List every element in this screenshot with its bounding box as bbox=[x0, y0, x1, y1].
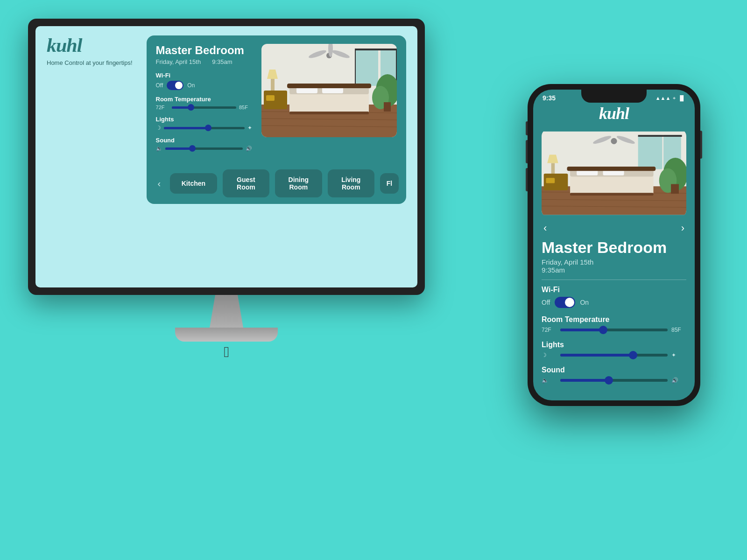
battery-icon: ▐▌ bbox=[678, 95, 685, 101]
phone-wifi-row: Off On bbox=[542, 297, 686, 308]
phone-wifi-toggle[interactable] bbox=[555, 297, 575, 308]
desktop-prev-arrow[interactable]: ‹ bbox=[154, 176, 165, 191]
desktop-room-nav: ‹ Kitchen Guest Room Dining Room Living … bbox=[147, 163, 406, 204]
phone-bedroom-image bbox=[542, 129, 686, 217]
phone-temp-label: Room Temperature bbox=[542, 315, 686, 324]
desktop-room-title: Master Bedroom bbox=[156, 44, 252, 57]
desktop-wifi-row: Off On bbox=[156, 81, 252, 90]
desktop-monitor: kuhl Home Control at your fingertips! Ma… bbox=[28, 19, 425, 361]
phone-room-photo bbox=[542, 129, 686, 217]
desktop-temp-min: 72F bbox=[156, 105, 169, 110]
phone-lights-label: Lights bbox=[542, 341, 686, 349]
phone-status-icons: ▲▲▲ ⌖ ▐▌ bbox=[655, 95, 685, 101]
desktop-wifi-label: Wi-Fi bbox=[156, 72, 252, 79]
desktop-temp-control: Room Temperature 72F 85F bbox=[156, 96, 252, 110]
phone-next-arrow[interactable]: › bbox=[681, 222, 684, 234]
svg-rect-21 bbox=[271, 79, 275, 91]
desktop-sound-track[interactable] bbox=[165, 147, 243, 150]
desktop-room-btn-kitchen[interactable]: Kitchen bbox=[170, 173, 217, 194]
desktop-room-datetime: Friday, April 15th 9:35am bbox=[156, 58, 252, 65]
desktop-lights-track[interactable] bbox=[164, 127, 245, 129]
phone-sound-slider-row: 🔈 🔊 bbox=[542, 377, 686, 384]
svg-rect-17 bbox=[289, 112, 369, 114]
svg-rect-43 bbox=[567, 167, 655, 171]
desktop-tagline: Home Control at your fingertips! bbox=[47, 59, 133, 67]
svg-rect-18 bbox=[287, 84, 371, 88]
desktop-room-btn-living[interactable]: Living Room bbox=[328, 169, 374, 197]
desktop-header: kuhl Home Control at your fingertips! Ma… bbox=[47, 35, 406, 204]
phone-power-button[interactable] bbox=[700, 131, 702, 159]
phone-lights-section: Lights ☽ ✦ bbox=[542, 341, 686, 358]
phone-content: kuhl bbox=[533, 104, 695, 400]
phone-notch bbox=[581, 90, 647, 103]
desktop-wifi-control: Wi-Fi Off On bbox=[156, 72, 252, 90]
svg-rect-32 bbox=[638, 135, 662, 169]
phone-temp-section: Room Temperature 72F 85F bbox=[542, 315, 686, 333]
phone-lights-sun-icon: ✦ bbox=[671, 352, 686, 358]
phone-sound-section: Sound 🔈 🔊 bbox=[542, 366, 686, 384]
svg-point-48 bbox=[611, 138, 617, 144]
phone-vol-high-icon: 🔊 bbox=[671, 377, 686, 384]
phone-temp-track[interactable] bbox=[560, 329, 668, 331]
phone-lights-slider-row: ☽ ✦ bbox=[542, 352, 686, 358]
desktop-card-top: Master Bedroom Friday, April 15th 9:35am… bbox=[147, 35, 406, 163]
phone-logo: kuhl bbox=[542, 104, 686, 123]
phone-wifi-off-label: Off bbox=[542, 299, 550, 306]
sun-icon: ✦ bbox=[247, 125, 252, 131]
desktop-card-info: Master Bedroom Friday, April 15th 9:35am… bbox=[156, 44, 252, 157]
phone-prev-arrow[interactable]: ‹ bbox=[543, 222, 547, 234]
phone-lights-thumb bbox=[629, 351, 637, 359]
svg-rect-12 bbox=[384, 102, 391, 112]
desktop-sound-label: Sound bbox=[156, 137, 252, 144]
volume-high-icon: 🔊 bbox=[246, 146, 252, 152]
svg-rect-42 bbox=[570, 193, 653, 196]
svg-rect-8 bbox=[355, 49, 356, 86]
desktop-controls: Wi-Fi Off On bbox=[156, 72, 252, 152]
desktop-lights-control: Lights ☽ ✦ bbox=[156, 116, 252, 131]
phone-wifi-label: Wi-Fi bbox=[542, 286, 686, 294]
bedroom-image bbox=[261, 44, 397, 137]
phone-screen: 9:35 ▲▲▲ ⌖ ▐▌ kuhl bbox=[533, 90, 695, 400]
desktop-sound-fill bbox=[165, 147, 192, 150]
svg-rect-5 bbox=[355, 49, 378, 86]
phone-body: 9:35 ▲▲▲ ⌖ ▐▌ kuhl bbox=[528, 84, 700, 406]
desktop-temp-track[interactable] bbox=[172, 106, 236, 109]
phone-sound-thumb bbox=[605, 376, 613, 385]
desktop-sound-slider-row: 🔈 🔊 bbox=[156, 146, 252, 152]
phone-sound-track[interactable] bbox=[560, 379, 668, 382]
phone-volume-down-button[interactable] bbox=[526, 168, 528, 191]
monitor-stand-neck bbox=[208, 295, 245, 328]
svg-rect-7 bbox=[355, 49, 397, 50]
desktop-wifi-on-label: On bbox=[187, 82, 195, 89]
desktop-room-btn-partial[interactable]: Fl bbox=[380, 173, 399, 194]
svg-rect-45 bbox=[546, 178, 555, 183]
monitor-display: kuhl Home Control at your fingertips! Ma… bbox=[35, 26, 417, 287]
phone-lights-track[interactable] bbox=[560, 354, 668, 357]
phone-volume-up-button[interactable] bbox=[526, 140, 528, 163]
svg-rect-37 bbox=[671, 184, 679, 194]
desktop-room-time: 9:35am bbox=[212, 58, 232, 65]
desktop-room-btn-guest[interactable]: Guest Room bbox=[223, 169, 269, 197]
wifi-status-icon: ⌖ bbox=[673, 95, 676, 101]
svg-rect-34 bbox=[638, 135, 682, 137]
desktop-room-photo bbox=[261, 44, 397, 137]
desktop-lights-slider-row: ☽ ✦ bbox=[156, 125, 252, 131]
desktop-lights-label: Lights bbox=[156, 116, 252, 123]
monitor-screen: kuhl Home Control at your fingertips! Ma… bbox=[28, 19, 425, 295]
phone-lights-moon-icon: ☽ bbox=[542, 352, 557, 358]
desktop-wifi-toggle[interactable] bbox=[167, 81, 183, 90]
monitor-content: kuhl Home Control at your fingertips! Ma… bbox=[35, 26, 417, 287]
phone-temp-min: 72F bbox=[542, 327, 557, 333]
phone-divider bbox=[542, 280, 686, 280]
desktop-wifi-off-label: Off bbox=[156, 82, 163, 89]
desktop-room-btn-dining[interactable]: Dining Room bbox=[275, 169, 322, 197]
phone-temp-max: 85F bbox=[671, 327, 686, 333]
desktop-lights-thumb bbox=[205, 125, 211, 131]
phone-lights-fill bbox=[560, 354, 633, 357]
moon-icon: ☽ bbox=[156, 125, 161, 131]
phone-mute-button[interactable] bbox=[526, 121, 528, 135]
desktop-temp-thumb bbox=[188, 104, 194, 111]
phone-photo-nav: ‹ › bbox=[542, 217, 686, 239]
phone-room-date: Friday, April 15th bbox=[542, 258, 686, 266]
svg-rect-20 bbox=[266, 95, 275, 101]
